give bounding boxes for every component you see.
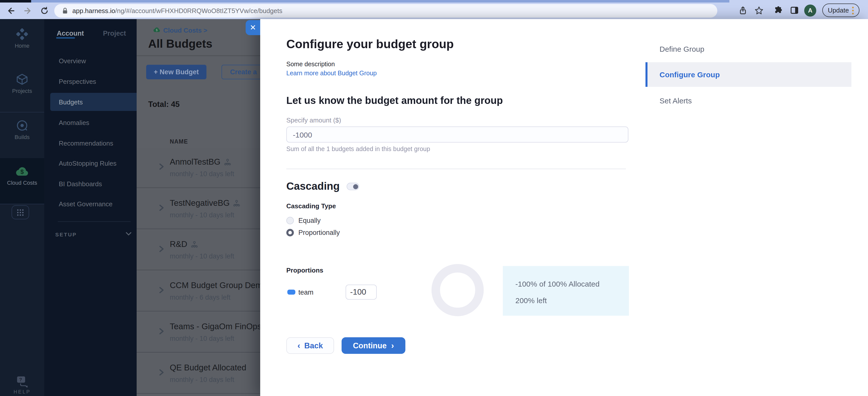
section-divider bbox=[286, 169, 626, 169]
proportions-label: Proportions bbox=[286, 266, 323, 274]
cascading-toggle[interactable] bbox=[347, 183, 359, 190]
extensions-puzzle-icon[interactable] bbox=[774, 6, 783, 14]
chevron-right-icon[interactable] bbox=[159, 369, 164, 376]
close-button[interactable]: ✕ bbox=[246, 20, 260, 35]
chevron-right-icon[interactable] bbox=[159, 328, 164, 335]
sidebar-item-cloud-costs[interactable]: $ Cloud Costs bbox=[0, 166, 44, 186]
back-button[interactable]: ‹ Back bbox=[286, 337, 334, 354]
toggle-knob bbox=[353, 184, 358, 189]
sidebar-item-bi-dashboards[interactable]: BI Dashboards bbox=[59, 180, 102, 188]
tab-project[interactable]: Project bbox=[103, 30, 126, 37]
update-button[interactable]: Update bbox=[822, 3, 860, 17]
sidebar-item-label: Home bbox=[0, 43, 44, 49]
chevron-down-icon[interactable] bbox=[126, 232, 132, 236]
allocation-line1: -100% of 100% Allocated bbox=[516, 279, 599, 288]
new-budget-button[interactable]: + New Budget bbox=[146, 65, 207, 79]
budget-period: monthly - 10 days left bbox=[170, 211, 234, 219]
svg-text:$: $ bbox=[156, 28, 157, 32]
total-count: Total: 45 bbox=[148, 100, 180, 109]
forward-icon[interactable] bbox=[24, 6, 32, 15]
grid-icon bbox=[17, 208, 24, 216]
update-label: Update bbox=[828, 6, 849, 14]
budget-period: monthly - 6 days left bbox=[170, 294, 230, 301]
sidebar-item-home[interactable]: Home bbox=[0, 28, 44, 49]
window-top-strip-light bbox=[730, 0, 868, 2]
budget-group-icon bbox=[224, 158, 231, 165]
setup-section[interactable]: SETUP bbox=[55, 231, 77, 237]
radio-proportionally-label[interactable]: Proportionally bbox=[299, 229, 340, 236]
amount-value: -1000 bbox=[293, 130, 312, 139]
amount-heading: Let us know the budget amount for the gr… bbox=[286, 95, 503, 106]
budget-period: monthly - 10 days left bbox=[170, 170, 234, 178]
sidebar-item-recommendations[interactable]: Recommendations bbox=[59, 139, 113, 147]
url-host: app.harness.io bbox=[72, 7, 115, 14]
amount-label: Specify amount ($) bbox=[286, 117, 341, 124]
help-label: HELP bbox=[0, 389, 44, 395]
amount-helper-text: Sum of all the 1 budgets added in this b… bbox=[286, 145, 430, 153]
projects-cube-icon bbox=[16, 73, 29, 86]
radio-proportionally[interactable] bbox=[286, 229, 294, 236]
kebab-menu-icon bbox=[852, 6, 854, 14]
continue-label: Continue bbox=[353, 341, 386, 350]
builds-icon bbox=[16, 119, 29, 132]
breadcrumb[interactable]: Cloud Costs > bbox=[163, 27, 208, 34]
continue-button[interactable]: Continue › bbox=[342, 337, 405, 354]
back-icon[interactable] bbox=[6, 6, 15, 15]
setup-divider bbox=[58, 221, 131, 222]
step-define-group[interactable]: Define Group bbox=[659, 45, 704, 53]
sidebar-divider bbox=[0, 112, 44, 112]
budget-group-icon bbox=[233, 199, 240, 206]
radio-equally-label[interactable]: Equally bbox=[299, 217, 321, 224]
sidebar-item-asset-governance[interactable]: Asset Governance bbox=[59, 200, 113, 208]
allocation-donut-chart bbox=[432, 264, 484, 316]
team-color-swatch bbox=[287, 290, 296, 295]
side-panel-icon[interactable] bbox=[790, 6, 799, 14]
sidebar-item-overview[interactable]: Overview bbox=[59, 57, 86, 65]
url-text: app.harness.io/ng/#/account/wFHXHD0RRQWo… bbox=[72, 7, 282, 14]
sidebar-divider bbox=[0, 204, 44, 204]
help-button[interactable]: ? HELP bbox=[0, 375, 44, 395]
reload-icon[interactable] bbox=[40, 6, 49, 15]
budget-group-icon bbox=[191, 241, 198, 248]
back-label: Back bbox=[304, 341, 323, 350]
page-title: All Budgets bbox=[148, 37, 213, 51]
budget-period: monthly - 10 days left bbox=[170, 253, 234, 260]
bookmark-star-icon[interactable] bbox=[754, 6, 764, 15]
help-chat-icon: ? bbox=[16, 375, 29, 388]
name-column-header: NAME bbox=[170, 138, 188, 144]
cascading-type-label: Cascading Type bbox=[286, 202, 336, 210]
chevron-right-icon[interactable] bbox=[159, 245, 164, 253]
sidebar-item-perspectives[interactable]: Perspectives bbox=[59, 78, 96, 85]
lock-icon bbox=[61, 7, 69, 14]
sidebar-item-label: Cloud Costs bbox=[0, 180, 44, 186]
chevron-right-icon[interactable] bbox=[159, 287, 164, 294]
share-icon[interactable] bbox=[738, 6, 747, 15]
budget-name: AnmolTestBG bbox=[170, 157, 220, 167]
modal-description: Some description bbox=[286, 61, 335, 68]
step-configure-group[interactable]: Configure Group bbox=[659, 70, 720, 79]
sidebar-item-builds[interactable]: Builds bbox=[0, 119, 44, 140]
url-bar[interactable]: app.harness.io/ng/#/account/wFHXHD0RRQWo… bbox=[54, 4, 717, 18]
learn-more-link[interactable]: Learn more about Budget Group bbox=[286, 70, 377, 77]
profile-avatar[interactable]: A bbox=[804, 4, 816, 16]
chevron-right-icon: › bbox=[391, 341, 394, 350]
amount-input[interactable]: -1000 bbox=[286, 127, 628, 142]
chevron-right-icon[interactable] bbox=[159, 204, 164, 211]
team-label: team bbox=[299, 289, 313, 296]
sidebar-item-projects[interactable]: Projects bbox=[0, 73, 44, 94]
tab-account[interactable]: Account bbox=[57, 30, 84, 37]
chevron-right-icon[interactable] bbox=[159, 163, 164, 170]
module-grid-button[interactable] bbox=[11, 205, 29, 219]
team-proportion-input[interactable]: -100 bbox=[346, 285, 377, 300]
sidebar-item-budgets[interactable]: Budgets bbox=[59, 98, 83, 106]
svg-text:$: $ bbox=[20, 168, 24, 175]
modal-title: Configure your budget group bbox=[286, 37, 454, 51]
radio-equally[interactable] bbox=[286, 217, 294, 224]
sidebar-item-autostopping-rules[interactable]: AutoStopping Rules bbox=[59, 160, 117, 167]
budget-period: monthly - 10 days left bbox=[170, 376, 234, 384]
budget-name: TestNegativeBG bbox=[170, 198, 229, 208]
sidebar-item-anomalies[interactable]: Anomalies bbox=[59, 119, 89, 127]
step-set-alerts[interactable]: Set Alerts bbox=[659, 96, 692, 105]
budget-name: R&D bbox=[170, 239, 187, 249]
tab-account-underline bbox=[56, 37, 75, 39]
